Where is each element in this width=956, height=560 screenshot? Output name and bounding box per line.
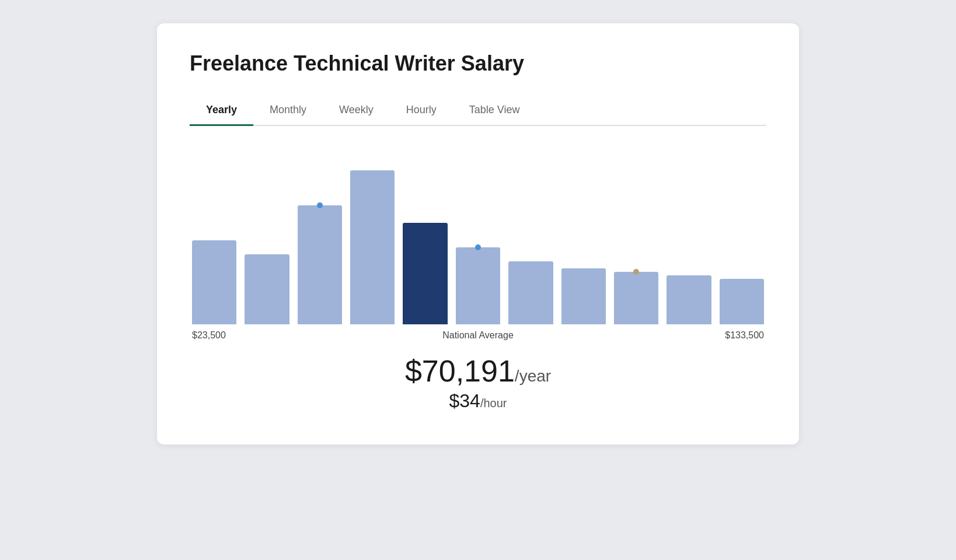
tab-hourly[interactable]: Hourly <box>390 97 453 126</box>
main-card: Freelance Technical Writer Salary Yearly… <box>157 23 799 444</box>
bar-b8 <box>561 268 606 324</box>
bar-group-b2 <box>245 149 289 324</box>
salary-hourly-value: $34 <box>449 390 480 411</box>
salary-hourly: $34/hour <box>190 390 766 412</box>
dot-b3 <box>317 202 323 208</box>
tab-weekly[interactable]: Weekly <box>323 97 390 126</box>
salary-hourly-unit: /hour <box>480 397 507 410</box>
bar-b4 <box>350 170 395 324</box>
bar-group-b5 <box>403 149 447 324</box>
salary-yearly-unit: /year <box>515 367 551 385</box>
bar-group-b4 <box>350 149 395 324</box>
x-label-center: National Average <box>442 330 514 341</box>
x-label-min: $23,500 <box>192 330 226 341</box>
bar-b2 <box>245 254 289 324</box>
bar-group-b10 <box>667 149 711 324</box>
salary-yearly-value: $70,191 <box>405 354 515 388</box>
bar-b3 <box>298 205 342 324</box>
bar-b9 <box>614 272 658 324</box>
bar-group-b9 <box>614 149 658 324</box>
bar-b5 <box>403 223 447 324</box>
dot-b6 <box>475 244 481 250</box>
tab-table-view[interactable]: Table View <box>453 97 536 126</box>
bar-b7 <box>508 261 553 324</box>
dot-b9 <box>633 269 639 275</box>
x-axis-labels: $23,500 National Average $133,500 <box>190 324 766 341</box>
bar-group-b6 <box>456 149 500 324</box>
bar-group-b3 <box>298 149 342 324</box>
bar-group-b1 <box>192 149 236 324</box>
tab-monthly[interactable]: Monthly <box>253 97 323 126</box>
bar-b11 <box>720 279 764 324</box>
salary-yearly: $70,191/year <box>190 355 766 388</box>
chart-area: $23,500 National Average $133,500 <box>190 149 766 341</box>
bar-b6 <box>456 247 500 324</box>
x-label-max: $133,500 <box>725 330 764 341</box>
bar-b10 <box>667 275 711 324</box>
bar-group-b11 <box>720 149 764 324</box>
tab-yearly[interactable]: Yearly <box>190 97 253 126</box>
bar-group-b8 <box>561 149 606 324</box>
page-title: Freelance Technical Writer Salary <box>190 51 766 76</box>
salary-display: $70,191/year $34/hour <box>190 355 766 412</box>
bar-b1 <box>192 240 236 324</box>
tab-bar: Yearly Monthly Weekly Hourly Table View <box>190 97 766 126</box>
bar-group-b7 <box>508 149 553 324</box>
bars-container <box>190 149 766 324</box>
